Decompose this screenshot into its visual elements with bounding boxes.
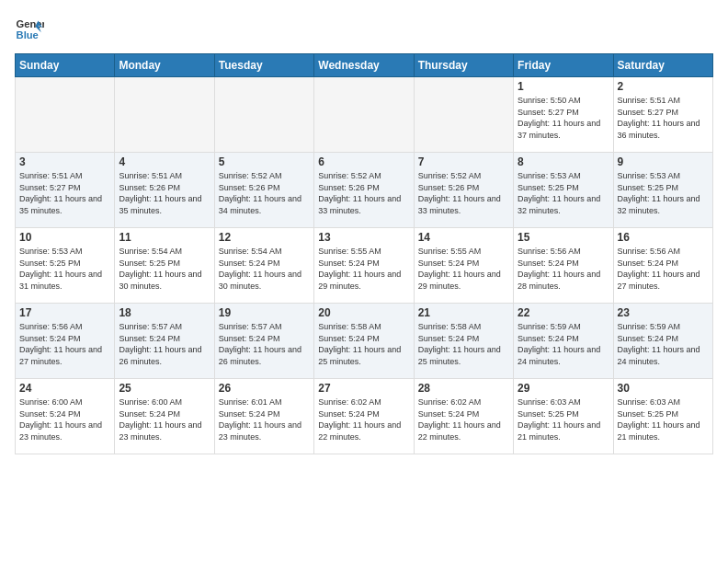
weekday-header-tuesday: Tuesday — [214, 54, 313, 77]
day-number: 9 — [618, 155, 709, 168]
day-info: Sunrise: 5:52 AM Sunset: 5:26 PM Dayligh… — [219, 170, 310, 216]
day-number: 20 — [318, 306, 409, 319]
day-info: Sunrise: 5:50 AM Sunset: 5:27 PM Dayligh… — [518, 95, 609, 141]
day-number: 10 — [19, 231, 110, 244]
calendar-cell: 12Sunrise: 5:54 AM Sunset: 5:24 PM Dayli… — [214, 228, 313, 304]
weekday-header-row: SundayMondayTuesdayWednesdayThursdayFrid… — [16, 54, 713, 77]
day-info: Sunrise: 5:56 AM Sunset: 5:24 PM Dayligh… — [19, 321, 110, 367]
weekday-header-wednesday: Wednesday — [314, 54, 414, 77]
day-info: Sunrise: 5:53 AM Sunset: 5:25 PM Dayligh… — [618, 170, 709, 216]
day-number: 5 — [219, 155, 310, 168]
day-info: Sunrise: 5:58 AM Sunset: 5:24 PM Dayligh… — [418, 321, 509, 367]
calendar-cell: 16Sunrise: 5:56 AM Sunset: 5:24 PM Dayli… — [613, 228, 712, 304]
day-info: Sunrise: 6:01 AM Sunset: 5:24 PM Dayligh… — [219, 396, 310, 442]
calendar-cell: 18Sunrise: 5:57 AM Sunset: 5:24 PM Dayli… — [115, 304, 214, 379]
day-number: 3 — [19, 155, 110, 168]
weekday-header-saturday: Saturday — [613, 54, 712, 77]
day-number: 21 — [418, 306, 509, 319]
day-info: Sunrise: 6:03 AM Sunset: 5:25 PM Dayligh… — [518, 396, 609, 442]
week-row-2: 3Sunrise: 5:51 AM Sunset: 5:27 PM Daylig… — [16, 153, 713, 228]
calendar-cell: 11Sunrise: 5:54 AM Sunset: 5:25 PM Dayli… — [115, 228, 214, 304]
day-number: 27 — [318, 382, 409, 395]
day-number: 26 — [219, 382, 310, 395]
calendar-cell: 13Sunrise: 5:55 AM Sunset: 5:24 PM Dayli… — [314, 228, 414, 304]
day-number: 7 — [418, 155, 509, 168]
day-info: Sunrise: 5:51 AM Sunset: 5:27 PM Dayligh… — [19, 170, 110, 216]
day-info: Sunrise: 5:54 AM Sunset: 5:24 PM Dayligh… — [219, 246, 310, 292]
day-info: Sunrise: 6:00 AM Sunset: 5:24 PM Dayligh… — [19, 396, 110, 442]
calendar-cell: 26Sunrise: 6:01 AM Sunset: 5:24 PM Dayli… — [214, 379, 313, 454]
day-info: Sunrise: 5:56 AM Sunset: 5:24 PM Dayligh… — [518, 246, 609, 292]
day-info: Sunrise: 5:53 AM Sunset: 5:25 PM Dayligh… — [19, 246, 110, 292]
calendar-cell: 1Sunrise: 5:50 AM Sunset: 5:27 PM Daylig… — [514, 77, 613, 153]
calendar-cell: 4Sunrise: 5:51 AM Sunset: 5:26 PM Daylig… — [115, 153, 214, 228]
day-info: Sunrise: 5:52 AM Sunset: 5:26 PM Dayligh… — [418, 170, 509, 216]
day-info: Sunrise: 5:51 AM Sunset: 5:26 PM Dayligh… — [119, 170, 210, 216]
day-number: 24 — [19, 382, 110, 395]
calendar-cell: 10Sunrise: 5:53 AM Sunset: 5:25 PM Dayli… — [16, 228, 115, 304]
day-number: 11 — [119, 231, 210, 244]
day-number: 28 — [418, 382, 509, 395]
logo-icon: General Blue — [15, 15, 44, 44]
day-number: 16 — [618, 231, 709, 244]
calendar-cell: 30Sunrise: 6:03 AM Sunset: 5:25 PM Dayli… — [613, 379, 712, 454]
day-number: 17 — [19, 306, 110, 319]
calendar-cell — [314, 77, 414, 153]
calendar-cell — [414, 77, 513, 153]
day-info: Sunrise: 6:02 AM Sunset: 5:24 PM Dayligh… — [418, 396, 509, 442]
calendar-cell: 3Sunrise: 5:51 AM Sunset: 5:27 PM Daylig… — [16, 153, 115, 228]
calendar-table: SundayMondayTuesdayWednesdayThursdayFrid… — [15, 53, 713, 454]
day-number: 12 — [219, 231, 310, 244]
day-number: 6 — [318, 155, 409, 168]
day-number: 18 — [119, 306, 210, 319]
day-number: 2 — [618, 80, 709, 93]
calendar-cell: 2Sunrise: 5:51 AM Sunset: 5:27 PM Daylig… — [613, 77, 712, 153]
day-info: Sunrise: 5:53 AM Sunset: 5:25 PM Dayligh… — [518, 170, 609, 216]
calendar-cell — [16, 77, 115, 153]
logo: General Blue — [15, 15, 44, 44]
day-info: Sunrise: 5:55 AM Sunset: 5:24 PM Dayligh… — [318, 246, 409, 292]
calendar-cell: 17Sunrise: 5:56 AM Sunset: 5:24 PM Dayli… — [16, 304, 115, 379]
calendar-cell: 22Sunrise: 5:59 AM Sunset: 5:24 PM Dayli… — [514, 304, 613, 379]
calendar-cell: 25Sunrise: 6:00 AM Sunset: 5:24 PM Dayli… — [115, 379, 214, 454]
day-info: Sunrise: 6:03 AM Sunset: 5:25 PM Dayligh… — [618, 396, 709, 442]
weekday-header-monday: Monday — [115, 54, 214, 77]
day-info: Sunrise: 5:54 AM Sunset: 5:25 PM Dayligh… — [119, 246, 210, 292]
day-info: Sunrise: 5:51 AM Sunset: 5:27 PM Dayligh… — [618, 95, 709, 141]
calendar-cell: 29Sunrise: 6:03 AM Sunset: 5:25 PM Dayli… — [514, 379, 613, 454]
day-number: 19 — [219, 306, 310, 319]
weekday-header-friday: Friday — [514, 54, 613, 77]
day-info: Sunrise: 5:57 AM Sunset: 5:24 PM Dayligh… — [119, 321, 210, 367]
day-info: Sunrise: 5:58 AM Sunset: 5:24 PM Dayligh… — [318, 321, 409, 367]
day-number: 29 — [518, 382, 609, 395]
calendar-cell: 23Sunrise: 5:59 AM Sunset: 5:24 PM Dayli… — [613, 304, 712, 379]
day-number: 4 — [119, 155, 210, 168]
day-number: 30 — [618, 382, 709, 395]
day-info: Sunrise: 6:02 AM Sunset: 5:24 PM Dayligh… — [318, 396, 409, 442]
day-number: 1 — [518, 80, 609, 93]
calendar-cell — [115, 77, 214, 153]
calendar-cell — [214, 77, 313, 153]
day-info: Sunrise: 5:55 AM Sunset: 5:24 PM Dayligh… — [418, 246, 509, 292]
day-info: Sunrise: 5:59 AM Sunset: 5:24 PM Dayligh… — [618, 321, 709, 367]
calendar-cell: 20Sunrise: 5:58 AM Sunset: 5:24 PM Dayli… — [314, 304, 414, 379]
day-number: 25 — [119, 382, 210, 395]
calendar-cell: 24Sunrise: 6:00 AM Sunset: 5:24 PM Dayli… — [16, 379, 115, 454]
calendar-cell: 28Sunrise: 6:02 AM Sunset: 5:24 PM Dayli… — [414, 379, 513, 454]
calendar-cell: 7Sunrise: 5:52 AM Sunset: 5:26 PM Daylig… — [414, 153, 513, 228]
week-row-1: 1Sunrise: 5:50 AM Sunset: 5:27 PM Daylig… — [16, 77, 713, 153]
calendar-cell: 15Sunrise: 5:56 AM Sunset: 5:24 PM Dayli… — [514, 228, 613, 304]
day-number: 14 — [418, 231, 509, 244]
day-info: Sunrise: 5:59 AM Sunset: 5:24 PM Dayligh… — [518, 321, 609, 367]
day-info: Sunrise: 5:56 AM Sunset: 5:24 PM Dayligh… — [618, 246, 709, 292]
calendar-header: General Blue — [15, 15, 713, 44]
svg-text:Blue: Blue — [17, 29, 39, 40]
week-row-3: 10Sunrise: 5:53 AM Sunset: 5:25 PM Dayli… — [16, 228, 713, 304]
day-number: 8 — [518, 155, 609, 168]
calendar-cell: 27Sunrise: 6:02 AM Sunset: 5:24 PM Dayli… — [314, 379, 414, 454]
calendar-cell: 14Sunrise: 5:55 AM Sunset: 5:24 PM Dayli… — [414, 228, 513, 304]
calendar-container: General Blue SundayMondayTuesdayWednesda… — [0, 0, 728, 464]
calendar-cell: 6Sunrise: 5:52 AM Sunset: 5:26 PM Daylig… — [314, 153, 414, 228]
weekday-header-sunday: Sunday — [16, 54, 115, 77]
calendar-cell: 5Sunrise: 5:52 AM Sunset: 5:26 PM Daylig… — [214, 153, 313, 228]
